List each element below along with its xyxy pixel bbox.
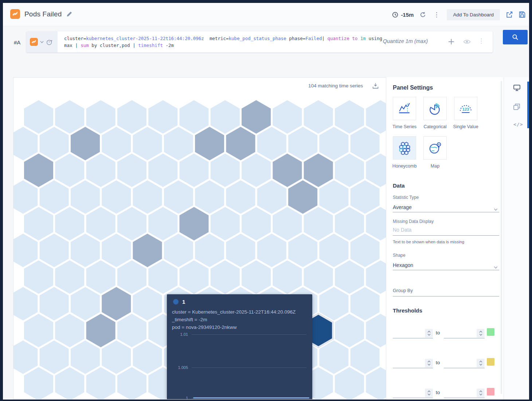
hex-cell[interactable]: [24, 100, 53, 134]
hex-cell[interactable]: [164, 234, 193, 267]
hex-cell[interactable]: [195, 180, 224, 214]
hex-cell[interactable]: [257, 127, 286, 160]
hex-cell[interactable]: [366, 100, 386, 134]
stepper-control[interactable]: [425, 359, 433, 367]
hex-cell[interactable]: [24, 260, 53, 294]
hex-cell-failed[interactable]: [242, 100, 271, 134]
stepper-control[interactable]: [477, 359, 485, 367]
hex-cell-failed[interactable]: [24, 154, 53, 187]
threshold-to-input[interactable]: [444, 338, 485, 338]
hex-cell[interactable]: [211, 207, 240, 240]
hex-cell[interactable]: [117, 154, 146, 187]
hex-cell[interactable]: [117, 207, 146, 240]
group-by-underline[interactable]: [393, 296, 499, 296]
stepper-control[interactable]: [477, 389, 485, 397]
save-icon[interactable]: [519, 11, 525, 18]
hex-cell[interactable]: [86, 154, 116, 187]
add-to-dashboard-button[interactable]: Add To Dashboard: [447, 9, 500, 20]
hex-cell-failed[interactable]: [102, 287, 131, 321]
download-icon[interactable]: [372, 83, 379, 89]
hex-cell[interactable]: [273, 100, 302, 134]
hex-cell[interactable]: [55, 154, 84, 187]
threshold-color-swatch-yellow[interactable]: [487, 358, 494, 366]
hex-cell[interactable]: [86, 367, 116, 400]
hex-cell-failed[interactable]: [288, 180, 317, 214]
hex-cell-failed[interactable]: [71, 127, 100, 160]
threshold-color-swatch-red[interactable]: [487, 388, 494, 396]
threshold-from-input[interactable]: [393, 368, 433, 368]
hex-cell[interactable]: [257, 234, 286, 267]
hex-cell[interactable]: [40, 234, 69, 267]
hex-cell[interactable]: [319, 180, 348, 214]
hex-cell[interactable]: [180, 100, 209, 134]
hex-cell[interactable]: [319, 341, 348, 374]
code-view-icon[interactable]: </>: [513, 122, 523, 127]
share-export-icon[interactable]: [506, 11, 513, 18]
panel-type-map[interactable]: [423, 136, 447, 160]
time-range-control[interactable]: -15m: [392, 12, 414, 18]
hex-cell[interactable]: [24, 207, 53, 240]
query-kebab-menu-icon[interactable]: ⋮: [477, 38, 485, 44]
hex-cell[interactable]: [180, 154, 209, 187]
hex-cell[interactable]: [13, 127, 38, 160]
hex-cell[interactable]: [148, 100, 177, 134]
hex-cell[interactable]: [351, 341, 380, 374]
hex-cell[interactable]: [226, 180, 255, 214]
hex-cell[interactable]: [242, 260, 271, 294]
stepper-control[interactable]: [477, 329, 485, 338]
hex-cell[interactable]: [102, 234, 131, 267]
hex-cell[interactable]: [366, 260, 386, 294]
hex-cell[interactable]: [273, 260, 302, 294]
hex-cell[interactable]: [86, 100, 116, 134]
edit-title-pencil-icon[interactable]: [66, 11, 73, 17]
panel-type-categorical[interactable]: [423, 97, 447, 120]
hex-cell[interactable]: [319, 287, 348, 321]
threshold-from-input[interactable]: [393, 338, 433, 338]
hex-cell[interactable]: [351, 180, 380, 214]
hex-cell[interactable]: [71, 180, 100, 214]
hex-cell[interactable]: [71, 234, 100, 267]
hex-cell[interactable]: [133, 341, 162, 374]
stepper-control[interactable]: [425, 389, 433, 397]
missing-data-input[interactable]: [393, 227, 499, 233]
hex-cell[interactable]: [351, 127, 380, 160]
hex-cell[interactable]: [226, 234, 255, 267]
hex-cell[interactable]: [102, 180, 131, 214]
hex-cell[interactable]: [273, 207, 302, 240]
stepper-control[interactable]: [425, 329, 433, 338]
hex-cell[interactable]: [335, 260, 364, 294]
hex-cell[interactable]: [117, 367, 146, 400]
hex-cell[interactable]: [211, 154, 240, 187]
hex-cell[interactable]: [55, 207, 84, 240]
hex-cell[interactable]: [164, 127, 193, 160]
refresh-icon[interactable]: [420, 12, 426, 18]
hex-cell[interactable]: [24, 314, 53, 347]
hex-cell[interactable]: [335, 154, 364, 187]
threshold-to-input[interactable]: [444, 368, 485, 368]
hex-cell[interactable]: [366, 207, 386, 240]
hex-cell[interactable]: [304, 260, 333, 294]
hex-cell[interactable]: [40, 180, 69, 214]
hex-cell[interactable]: [366, 154, 386, 187]
hex-cell[interactable]: [180, 260, 209, 294]
hex-cell-failed[interactable]: [133, 234, 162, 267]
statistic-type-select[interactable]: Average: [393, 204, 499, 210]
hex-cell[interactable]: [288, 127, 317, 160]
shape-select[interactable]: Hexagon: [393, 262, 499, 268]
hex-cell[interactable]: [117, 314, 146, 347]
hex-cell[interactable]: [242, 154, 271, 187]
hex-cell[interactable]: [335, 100, 364, 134]
hex-cell[interactable]: [133, 287, 162, 321]
panel-type-honeycomb[interactable]: [393, 136, 416, 160]
hex-cell[interactable]: [13, 234, 38, 267]
hex-cell[interactable]: [164, 180, 193, 214]
hex-cell[interactable]: [102, 127, 131, 160]
hex-cell[interactable]: [366, 367, 386, 400]
hex-cell[interactable]: [13, 287, 38, 321]
hex-cell[interactable]: [40, 127, 69, 160]
hex-cell[interactable]: [55, 314, 84, 347]
hex-cell[interactable]: [71, 287, 100, 321]
hex-cell[interactable]: [13, 180, 38, 214]
query-expression[interactable]: cluster=kubernetes_cluster-2025-11-22t16…: [64, 35, 382, 49]
hex-cell[interactable]: [148, 154, 177, 187]
